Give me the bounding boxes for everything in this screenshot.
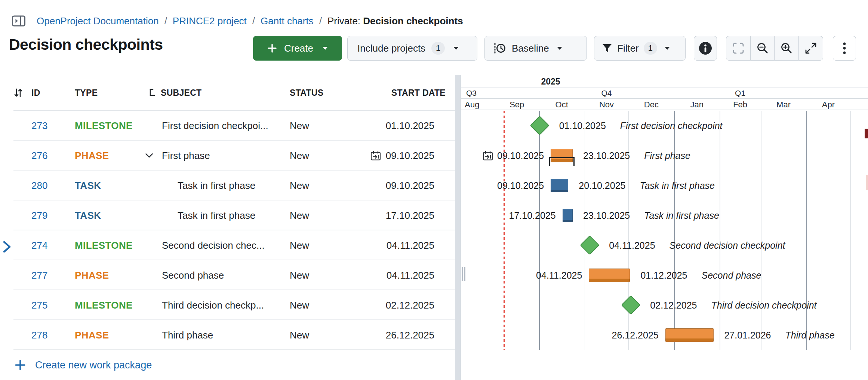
sort-icon[interactable] (13, 75, 23, 111)
breadcrumb-link-gantt-charts[interactable]: Gantt charts (261, 15, 314, 27)
zoom-out-button[interactable] (750, 36, 775, 61)
gantt-date-label: 27.01.2026 (724, 330, 771, 341)
wp-start-date: 04.11.2025 (387, 230, 434, 260)
create-work-package-link[interactable]: Create new work package (0, 350, 152, 380)
gantt-date-label: 01.12.2025 (640, 270, 687, 281)
breadcrumb-separator: / (252, 15, 255, 27)
wp-subject: Task in first phase (178, 171, 255, 200)
wp-type-label: TASK (75, 200, 101, 230)
gantt-task-bar[interactable] (551, 179, 568, 192)
column-header-subject[interactable]: SUBJECT (148, 75, 201, 111)
include-projects-button[interactable]: Include projects 1 (347, 36, 477, 61)
wp-status: New (290, 320, 309, 350)
gantt-task-bar[interactable] (563, 209, 573, 222)
wp-id-link[interactable]: 275 (31, 290, 47, 320)
include-projects-count-badge: 1 (431, 42, 445, 55)
zoom-in-button[interactable] (774, 36, 799, 61)
wp-id-link[interactable]: 276 (31, 141, 47, 171)
wp-id-link[interactable]: 274 (31, 230, 47, 260)
zoom-autofit-button[interactable] (726, 36, 751, 61)
gantt-milestone-diamond[interactable] (530, 116, 550, 135)
table-row[interactable]: 277PHASESecond phaseNew04.11.2025 (0, 260, 455, 290)
wp-status: New (290, 260, 309, 290)
gantt-date-label: 23.10.2025 (583, 210, 630, 221)
column-header-start-date[interactable]: START DATE (391, 75, 446, 111)
gantt-bar-start-label: 09.10.2025 (497, 171, 544, 200)
gantt-date-label: 04.11.2025 (609, 240, 655, 251)
offscreen-item-indicator-faint (866, 175, 868, 190)
timeline-quarter-band: Q3Q4Q1 (461, 88, 868, 99)
wp-status: New (290, 141, 309, 171)
wp-id-link[interactable]: 277 (31, 260, 47, 290)
wp-type-label: TASK (75, 171, 101, 200)
wp-type-label: PHASE (75, 141, 109, 171)
breadcrumb-link-project-root[interactable]: OpenProject Documentation (37, 15, 159, 27)
wp-status: New (290, 230, 309, 260)
expand-columns-icon[interactable] (798, 36, 823, 61)
create-button[interactable]: Create (253, 36, 342, 61)
table-row[interactable]: 279TASKTask in first phaseNew17.10.2025 (0, 200, 455, 230)
gantt-date-label: 09.10.2025 (497, 180, 544, 191)
table-row[interactable]: 280TASKTask in first phaseNew09.10.2025 (0, 171, 455, 200)
timeline-year-band: 2025 (461, 75, 868, 88)
table-row[interactable]: 275MILESTONEThird decision checkp...New0… (0, 290, 455, 320)
pane-resize-divider[interactable] (455, 75, 461, 380)
table-row[interactable]: 278PHASEThird phaseNew26.12.2025 (0, 320, 455, 350)
toolbar: Create Include projects 1 Baseline (0, 36, 868, 61)
gantt-date-label: 20.10.2025 (579, 180, 625, 191)
wp-status: New (290, 290, 309, 320)
filter-button[interactable]: Filter 1 (594, 36, 686, 61)
column-header-type[interactable]: TYPE (75, 75, 98, 111)
gantt-bar-end-labels: 01.12.2025Second phase (640, 260, 761, 290)
info-icon (698, 41, 712, 55)
column-header-status[interactable]: STATUS (290, 75, 323, 111)
zoom-button-group (726, 36, 823, 61)
table-row[interactable]: 273MILESTONEFirst decision checkpoi...Ne… (0, 111, 455, 141)
timeline-month-label: Mar (776, 100, 791, 110)
gantt-milestone-diamond[interactable] (621, 295, 640, 315)
wp-id-link[interactable]: 273 (31, 111, 47, 141)
collapse-toggle-icon[interactable] (145, 141, 153, 171)
wp-id-link[interactable]: 279 (31, 200, 47, 230)
wp-type-label: MILESTONE (75, 230, 133, 260)
info-button[interactable] (694, 36, 717, 61)
column-header-id[interactable]: ID (31, 75, 40, 111)
sidebar-toggle-icon[interactable] (11, 13, 26, 28)
gantt-subject-label: First phase (644, 150, 690, 161)
wp-subject: Task in first phase (178, 200, 255, 230)
wp-start-date: 01.10.2025 (386, 111, 434, 141)
wp-type-label: PHASE (75, 260, 109, 290)
sidebar-expand-chevron-icon[interactable] (1, 240, 13, 255)
table-row[interactable]: 274MILESTONESecond decision chec...New04… (0, 230, 455, 260)
table-header-row: ID TYPE SUBJECT STATUS START DATE (0, 75, 455, 111)
gantt-bar-end-labels: 23.10.2025First phase (583, 141, 690, 171)
gantt-subject-label: Second decision checkpoint (670, 240, 785, 251)
gantt-date-label: 26.12.2025 (612, 330, 659, 341)
wp-subject: Second phase (162, 260, 224, 290)
filter-funnel-icon (602, 43, 612, 53)
timeline-month-gridline (850, 111, 851, 350)
baseline-button[interactable]: Baseline (484, 36, 587, 61)
wp-type-label: MILESTONE (75, 290, 133, 320)
openproject-gantt-view: OpenProject Documentation / PRINCE2 proj… (0, 0, 868, 380)
wp-type-label: PHASE (75, 320, 109, 350)
gantt-phase-bar[interactable] (589, 269, 630, 282)
gantt-bar-start-label: 04.11.2025 (536, 260, 582, 290)
breadcrumb-link-project[interactable]: PRINCE2 project (173, 15, 247, 27)
gantt-milestone-diamond[interactable] (580, 235, 599, 255)
timeline-month-label: Jan (690, 100, 703, 110)
timeline-month-label: Dec (644, 100, 659, 110)
timeline-month-label: Feb (733, 100, 747, 110)
timeline-month-label: Oct (555, 100, 568, 110)
wp-id-link[interactable]: 278 (31, 320, 47, 350)
gantt-phase-bar[interactable] (665, 328, 714, 342)
wp-start-date: 17.10.2025 (386, 200, 434, 230)
gantt-chart-body: 01.10.2025First decision checkpoint09.10… (461, 111, 868, 350)
offscreen-item-indicator (865, 129, 868, 138)
wp-id-link[interactable]: 280 (31, 171, 47, 200)
table-row[interactable]: 276PHASEFirst phaseNew09.10.2025 (0, 141, 455, 171)
hierarchy-icon (148, 88, 156, 97)
wp-status: New (290, 111, 309, 141)
more-options-kebab-icon[interactable] (833, 36, 856, 61)
gantt-date-label: 04.11.2025 (536, 270, 582, 281)
